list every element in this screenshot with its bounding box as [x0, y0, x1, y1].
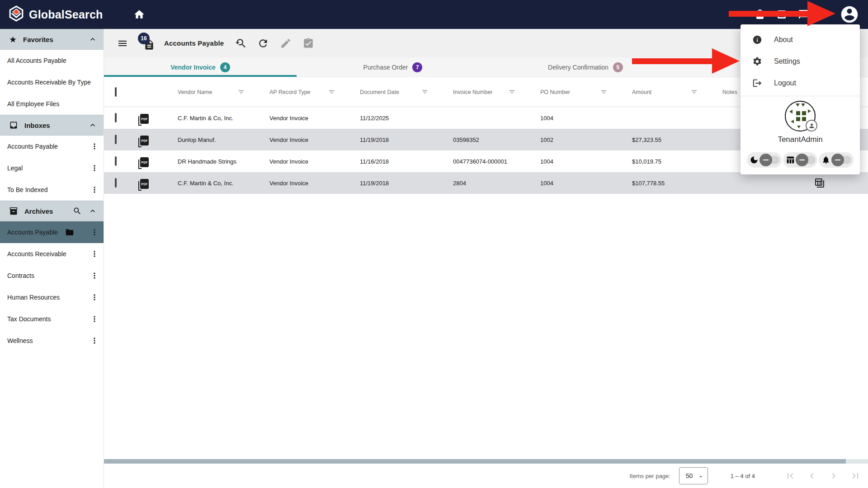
avatar[interactable]: [785, 101, 816, 131]
sidebar-item-archive-wellness[interactable]: Wellness: [0, 330, 104, 352]
filter-icon[interactable]: [691, 89, 698, 95]
toggle-switch[interactable]: [831, 154, 852, 166]
column-label: PO Number: [540, 89, 570, 95]
filter-icon[interactable]: [600, 89, 607, 95]
kebab-menu-icon[interactable]: [90, 293, 99, 302]
refine-search-icon[interactable]: [235, 38, 246, 49]
sidebar-section-favorites[interactable]: ★ Favorites: [0, 29, 104, 50]
edit-icon[interactable]: [280, 38, 292, 49]
cell-document-date: 11/19/2018: [340, 180, 433, 187]
tab-label: Purchase Order: [363, 64, 408, 71]
filter-icon[interactable]: [238, 89, 245, 95]
column-label: Notes: [722, 89, 737, 95]
sidebar-item-label: All Accounts Payable: [7, 57, 66, 64]
horizontal-scrollbar-track[interactable]: [104, 459, 868, 464]
sidebar-item-accounts-receivable-by-type[interactable]: Accounts Receivable By Type: [0, 71, 104, 93]
layout-icon: [786, 155, 795, 164]
kebab-menu-icon[interactable]: [90, 249, 99, 258]
sidebar: ★ Favorites All Accounts Payable Account…: [0, 29, 104, 488]
column-header-ap-record-type[interactable]: AP Record Type: [249, 89, 340, 95]
menu-item-about[interactable]: About: [741, 29, 860, 51]
sidebar-section-archives[interactable]: Archives: [0, 201, 104, 221]
sidebar-item-all-accounts-payable[interactable]: All Accounts Payable: [0, 50, 104, 71]
cell-ap-record-type: Vendor Invoice: [249, 180, 340, 187]
sidebar-item-inbox-accounts-payable[interactable]: Accounts Payable: [0, 136, 104, 157]
home-icon[interactable]: [130, 5, 148, 23]
chevron-up-icon[interactable]: [88, 121, 97, 130]
sidebar-item-inbox-legal[interactable]: Legal: [0, 157, 104, 179]
section-label-favorites: Favorites: [23, 36, 53, 43]
sidebar-item-all-employee-files[interactable]: All Employee Files: [0, 93, 104, 115]
last-page-icon[interactable]: [850, 470, 861, 481]
sidebar-item-archive-accounts-payable[interactable]: Accounts Payable: [0, 221, 104, 243]
lock-icon[interactable]: [755, 9, 765, 20]
filter-icon[interactable]: [328, 89, 335, 95]
items-per-page-select[interactable]: 50: [679, 467, 708, 484]
page-range-text: 1 – 4 of 4: [731, 473, 755, 479]
column-header-invoice-number[interactable]: Invoice Number: [433, 89, 520, 95]
notifications-toggle[interactable]: [819, 152, 854, 168]
search-icon[interactable]: [73, 206, 82, 216]
filter-icon[interactable]: [421, 89, 428, 95]
kebab-menu-icon[interactable]: [90, 314, 99, 324]
first-page-icon[interactable]: [785, 470, 796, 481]
row-checkbox[interactable]: [115, 178, 117, 188]
sidebar-item-archive-contracts[interactable]: Contracts: [0, 265, 104, 286]
sidebar-section-inboxes[interactable]: Inboxes: [0, 115, 104, 136]
tab-purchase-order[interactable]: Purchase Order 7: [297, 57, 489, 77]
kebab-menu-icon[interactable]: [90, 271, 99, 280]
kebab-menu-icon[interactable]: [90, 336, 99, 345]
layout-toggle[interactable]: [783, 152, 818, 168]
archive-icon: [9, 206, 18, 216]
next-page-icon[interactable]: [828, 470, 839, 481]
paginator: Items per page: 50 1 – 4 of 4: [104, 464, 868, 488]
column-header-document-date[interactable]: Document Date: [340, 89, 433, 95]
sidebar-item-label: Wellness: [7, 337, 33, 344]
row-checkbox[interactable]: [115, 135, 117, 144]
toggle-switch[interactable]: [760, 154, 780, 166]
chat-icon[interactable]: [798, 9, 809, 20]
tab-delivery-confirmation[interactable]: Delivery Confirmation 5: [489, 57, 682, 77]
gear-icon: [752, 56, 762, 66]
column-header-vendor-name[interactable]: Vendor Name: [157, 89, 249, 95]
viewer-image-icon[interactable]: [776, 9, 787, 20]
previous-page-icon[interactable]: [807, 470, 817, 481]
tab-vendor-invoice[interactable]: Vendor Invoice 4: [104, 57, 297, 77]
tasks-clipboard-icon[interactable]: [302, 38, 314, 49]
column-header-amount[interactable]: Amount: [612, 89, 702, 95]
sidebar-item-archive-tax-documents[interactable]: Tax Documents: [0, 308, 104, 330]
menu-hamburger-icon[interactable]: [117, 38, 128, 49]
section-label-archives: Archives: [24, 207, 53, 215]
chevron-up-icon[interactable]: [88, 35, 97, 44]
sidebar-item-archive-accounts-receivable[interactable]: Accounts Receivable: [0, 243, 104, 265]
dark-mode-toggle[interactable]: [747, 152, 782, 168]
app-header: GlobalSearch: [0, 0, 868, 29]
profile-person-badge-icon: [806, 120, 817, 131]
related-tables-icon[interactable]: [814, 178, 825, 188]
refresh-icon[interactable]: [257, 38, 269, 49]
row-checkbox[interactable]: [115, 113, 117, 122]
row-checkbox[interactable]: [115, 156, 117, 166]
select-all-checkbox[interactable]: [115, 87, 117, 97]
toggle-switch[interactable]: [796, 154, 816, 166]
sidebar-item-archive-human-resources[interactable]: Human Resources: [0, 286, 104, 308]
menu-item-logout[interactable]: Logout: [741, 72, 860, 94]
table-row[interactable]: PDF C.F. Martin & Co, Inc. Vendor Invoic…: [104, 172, 868, 194]
sidebar-item-inbox-to-be-indexed[interactable]: To Be Indexed: [0, 179, 104, 201]
horizontal-scrollbar-thumb[interactable]: [104, 459, 846, 464]
kebab-menu-icon[interactable]: [90, 142, 99, 151]
filter-icon[interactable]: [509, 89, 515, 95]
sidebar-item-label: Human Resources: [7, 294, 60, 301]
cell-ap-record-type: Vendor Invoice: [249, 115, 340, 122]
sidebar-item-label: Tax Documents: [7, 315, 51, 323]
account-circle-icon[interactable]: [840, 5, 859, 24]
column-header-po-number[interactable]: PO Number: [520, 89, 612, 95]
kebab-menu-icon[interactable]: [90, 164, 99, 173]
items-per-page-label: Items per page:: [629, 473, 670, 479]
chevron-up-icon[interactable]: [88, 206, 97, 216]
menu-item-settings[interactable]: Settings: [741, 51, 860, 72]
globalsearch-logo-icon: [8, 5, 24, 23]
kebab-menu-icon[interactable]: [90, 228, 99, 237]
cell-ap-record-type: Vendor Invoice: [249, 136, 340, 143]
kebab-menu-icon[interactable]: [90, 185, 99, 194]
